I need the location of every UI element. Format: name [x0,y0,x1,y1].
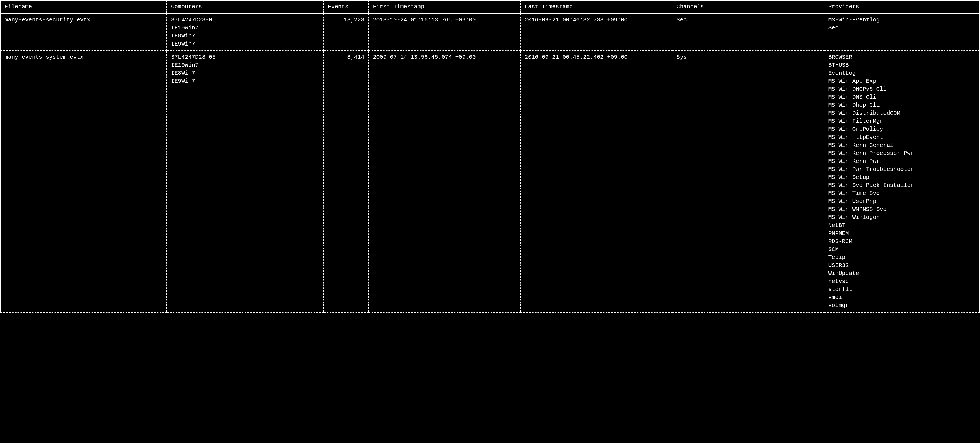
column-header-first-timestamp[interactable]: First Timestamp [368,0,520,13]
cell-last-timestamp: 2016-09-21 00:45:22.402 +09:00 [520,51,672,312]
table-row: many-events-system.evtx37L4247D28-05 IE1… [0,51,980,312]
cell-events: 13,223 [323,13,369,51]
cell-providers: BROWSER BTHUSB EventLog MS-Win-App-Exp M… [824,51,980,312]
cell-first-timestamp: 2013-10-24 01:16:13.765 +09:00 [368,13,520,51]
column-header-last-timestamp[interactable]: Last Timestamp [520,0,672,13]
cell-filename: many-events-system.evtx [0,51,167,312]
column-header-providers[interactable]: Providers [824,0,980,13]
cell-providers: MS-Win-Eventlog Sec [824,13,980,51]
table-header-row: Filename Computers Events First Timestam… [0,0,980,13]
table-row: many-events-security.evtx37L4247D28-05 I… [0,13,980,51]
column-header-channels[interactable]: Channels [672,0,824,13]
column-header-computers[interactable]: Computers [167,0,323,13]
event-log-table: Filename Computers Events First Timestam… [0,0,980,312]
cell-last-timestamp: 2016-09-21 00:46:32.738 +09:00 [520,13,672,51]
cell-filename: many-events-security.evtx [0,13,167,51]
column-header-events[interactable]: Events [323,0,369,13]
column-header-filename[interactable]: Filename [0,0,167,13]
cell-channels: Sec [672,13,824,51]
cell-computers: 37L4247D28-05 IE10Win7 IE8Win7 IE9Win7 [167,51,323,312]
cell-channels: Sys [672,51,824,312]
cell-computers: 37L4247D28-05 IE10Win7 IE8Win7 IE9Win7 [167,13,323,51]
cell-events: 8,414 [323,51,369,312]
cell-first-timestamp: 2009-07-14 13:56:45.074 +09:00 [368,51,520,312]
